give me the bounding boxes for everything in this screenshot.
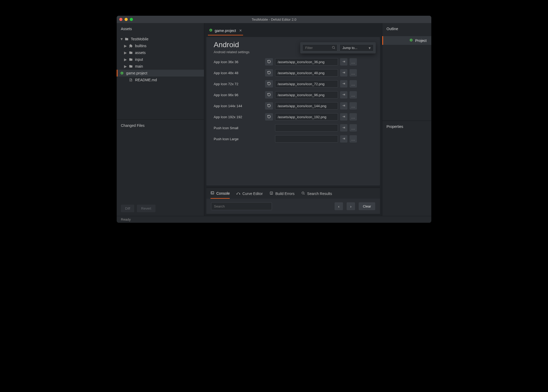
tree-item-label: builtins bbox=[135, 44, 147, 48]
status-text: Ready bbox=[121, 217, 131, 221]
tab-label: game.project bbox=[215, 29, 236, 33]
path-input[interactable] bbox=[275, 102, 338, 110]
tab-search-results[interactable]: Search Results bbox=[301, 191, 332, 199]
tab-label: Search Results bbox=[307, 192, 332, 196]
gear-icon bbox=[120, 71, 124, 75]
changed-files-header: Changed Files bbox=[117, 119, 204, 131]
path-input[interactable] bbox=[275, 80, 338, 88]
tree-item-label: assets bbox=[135, 51, 146, 55]
tab-build-errors[interactable]: Build Errors bbox=[270, 191, 294, 199]
goto-button[interactable] bbox=[340, 135, 347, 143]
editor-panel: game.project ✕ Android Android related s… bbox=[204, 23, 382, 216]
reset-button[interactable] bbox=[265, 91, 273, 99]
tree-folder[interactable]: ▶ main bbox=[117, 63, 204, 70]
tree-item-label: README.md bbox=[135, 78, 157, 82]
path-input[interactable] bbox=[275, 135, 338, 143]
goto-icon bbox=[342, 93, 346, 97]
tree-folder[interactable]: ▶ assets bbox=[117, 49, 204, 56]
goto-icon bbox=[342, 115, 346, 119]
browse-button[interactable]: … bbox=[350, 69, 357, 77]
setting-row: App Icon 36x 36… bbox=[214, 58, 373, 66]
goto-button[interactable] bbox=[340, 124, 347, 132]
tree-root-label: TestMobile bbox=[131, 37, 148, 41]
tree-item-label: main bbox=[135, 64, 143, 68]
goto-button[interactable] bbox=[340, 102, 347, 110]
goto-button[interactable] bbox=[340, 80, 347, 88]
path-input[interactable] bbox=[275, 58, 338, 66]
editor-tab-bar: game.project ✕ bbox=[204, 23, 382, 35]
tab-console[interactable]: Console bbox=[211, 191, 230, 199]
path-input[interactable] bbox=[275, 91, 338, 99]
tree-folder[interactable]: ▶ input bbox=[117, 56, 204, 63]
minimize-icon[interactable] bbox=[125, 18, 128, 21]
next-button[interactable]: › bbox=[347, 202, 355, 210]
ellipsis-icon: … bbox=[351, 71, 355, 75]
reset-button[interactable] bbox=[265, 58, 273, 66]
diff-button[interactable]: Diff bbox=[121, 205, 134, 212]
svg-point-24 bbox=[271, 194, 272, 194]
revert-button[interactable]: Revert bbox=[137, 205, 155, 212]
setting-row: App Icon 96x 96… bbox=[214, 91, 373, 99]
tree-root[interactable]: ▼ TestMobile bbox=[117, 36, 204, 42]
gear-icon bbox=[409, 38, 413, 43]
folder-icon bbox=[125, 37, 129, 41]
prev-button[interactable]: ‹ bbox=[335, 202, 343, 210]
undo-icon bbox=[267, 60, 271, 64]
goto-button[interactable] bbox=[340, 113, 347, 121]
goto-icon bbox=[342, 137, 346, 141]
assets-tree: ▼ TestMobile ▶ builtins ▶ bbox=[117, 35, 204, 119]
outline-item-label: Project bbox=[415, 39, 427, 43]
outline-header: Outline bbox=[382, 23, 431, 35]
setting-label: Push Icon Small bbox=[214, 126, 263, 130]
tab-curve-editor[interactable]: Curve Editor bbox=[237, 191, 263, 199]
path-input[interactable] bbox=[275, 124, 338, 132]
svg-line-1 bbox=[334, 48, 335, 49]
close-icon[interactable]: ✕ bbox=[239, 29, 242, 32]
changed-files-body bbox=[117, 131, 204, 205]
browse-button[interactable]: … bbox=[350, 102, 357, 110]
settings-list: App Icon 36x 36…App Icon 48x 48…App Icon… bbox=[206, 56, 380, 186]
chevron-down-icon: ▼ bbox=[368, 46, 371, 50]
browse-button[interactable]: … bbox=[350, 80, 357, 88]
reset-button[interactable] bbox=[265, 69, 273, 77]
setting-row: App Icon 72x 72… bbox=[214, 80, 373, 88]
tree-file-readme[interactable]: README.md bbox=[117, 77, 204, 83]
tab-game-project[interactable]: game.project ✕ bbox=[208, 26, 243, 35]
tab-label: Console bbox=[216, 191, 230, 195]
outline-item-project[interactable]: Project bbox=[382, 36, 431, 45]
path-input[interactable] bbox=[275, 113, 338, 121]
assets-header: Assets bbox=[117, 23, 204, 35]
tab-label: Curve Editor bbox=[242, 192, 263, 196]
path-input[interactable] bbox=[275, 69, 338, 77]
document-icon bbox=[129, 78, 133, 82]
jumpto-dropdown[interactable]: Jump to... ▼ bbox=[340, 44, 374, 51]
caret-right-icon: ▶ bbox=[124, 51, 127, 55]
ellipsis-icon: … bbox=[351, 60, 355, 64]
reset-button[interactable] bbox=[265, 102, 273, 110]
close-icon[interactable] bbox=[119, 18, 122, 21]
setting-label: Push Icon Large bbox=[214, 137, 263, 141]
browse-button[interactable]: … bbox=[350, 91, 357, 99]
maximize-icon[interactable] bbox=[130, 18, 133, 21]
reset-button[interactable] bbox=[265, 80, 273, 88]
status-bar: Ready bbox=[117, 216, 431, 223]
goto-button[interactable] bbox=[340, 91, 347, 99]
setting-label: App Icon 96x 96 bbox=[214, 93, 263, 97]
tree-folder[interactable]: ▶ builtins bbox=[117, 42, 204, 49]
browse-button[interactable]: … bbox=[350, 124, 357, 132]
goto-button[interactable] bbox=[340, 69, 347, 77]
browse-button[interactable]: … bbox=[350, 135, 357, 143]
browse-button[interactable]: … bbox=[350, 113, 357, 121]
reset-button[interactable] bbox=[265, 113, 273, 121]
editor-body: Android Android related settings Jump to… bbox=[206, 37, 380, 186]
folder-icon bbox=[129, 64, 133, 68]
tree-file-game-project[interactable]: game.project bbox=[117, 70, 204, 77]
goto-icon bbox=[342, 82, 346, 86]
goto-button[interactable] bbox=[340, 58, 347, 66]
ellipsis-icon: … bbox=[351, 104, 355, 108]
search-icon bbox=[301, 191, 305, 196]
goto-icon bbox=[342, 126, 346, 130]
clear-button[interactable]: Clear bbox=[359, 202, 375, 210]
console-search-input[interactable] bbox=[211, 202, 272, 210]
browse-button[interactable]: … bbox=[350, 58, 357, 66]
